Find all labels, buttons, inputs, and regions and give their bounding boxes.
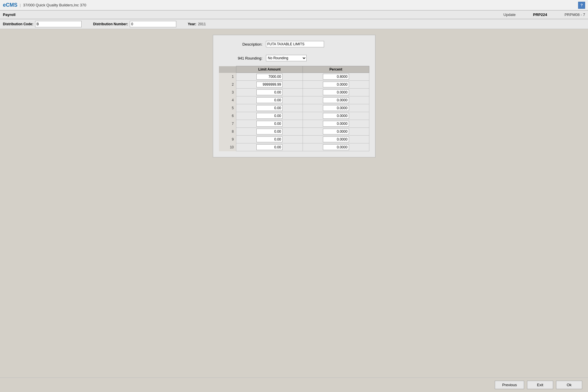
year-group: Year: 2011 — [188, 22, 206, 26]
percent-cell — [303, 120, 369, 128]
percent-input[interactable] — [323, 136, 349, 142]
table-row: 2 — [219, 81, 369, 89]
app-logo: eCMS — [3, 2, 17, 8]
percent-input[interactable] — [323, 129, 349, 134]
percent-cell — [303, 104, 369, 112]
percent-input[interactable] — [323, 74, 349, 80]
form-panel: Description: 941 Rounding: No Rounding R… — [213, 35, 375, 157]
ok-button[interactable]: Ok — [556, 381, 582, 389]
row-number: 7 — [219, 120, 236, 128]
module-screen: PRPM08 - 7 — [564, 12, 585, 17]
percent-input[interactable] — [323, 144, 349, 150]
limit-input[interactable] — [256, 121, 283, 127]
col-percent-header: Percent — [303, 66, 369, 73]
percent-cell — [303, 112, 369, 120]
dist-code-input[interactable] — [35, 21, 82, 27]
limit-input[interactable] — [256, 113, 283, 119]
limit-input[interactable] — [256, 144, 283, 150]
row-number: 2 — [219, 81, 236, 89]
limit-cell — [236, 104, 303, 112]
row-number: 4 — [219, 96, 236, 104]
percent-input[interactable] — [323, 105, 349, 111]
table-row: 7 — [219, 120, 369, 128]
row-number: 6 — [219, 112, 236, 120]
limit-cell — [236, 136, 303, 143]
limit-cell — [236, 73, 303, 81]
percent-input[interactable] — [323, 82, 349, 87]
percent-input[interactable] — [323, 89, 349, 95]
row-number: 5 — [219, 104, 236, 112]
row-number: 1 — [219, 73, 236, 81]
table-row: 9 — [219, 136, 369, 143]
company-info: 37/000 Quick Quality Builders,Inc 370 — [23, 3, 578, 7]
rounding-label: 941 Rounding: — [219, 56, 262, 60]
percent-input[interactable] — [323, 113, 349, 119]
table-row: 3 — [219, 89, 369, 96]
module-action: Update — [504, 12, 516, 17]
limit-input[interactable] — [256, 82, 283, 87]
dist-code-label: Distribution Code: — [3, 22, 33, 26]
module-code: PRP224 — [533, 12, 547, 17]
footer: Previous Exit Ok — [0, 377, 588, 392]
limit-cell — [236, 120, 303, 128]
limit-input[interactable] — [256, 89, 283, 95]
table-row: 5 — [219, 104, 369, 112]
limit-input[interactable] — [256, 74, 283, 80]
percent-input[interactable] — [323, 97, 349, 103]
dist-num-label: Distribution Number: — [93, 22, 128, 26]
limit-cell — [236, 128, 303, 136]
dist-num-input[interactable] — [130, 21, 176, 27]
percent-cell — [303, 96, 369, 104]
divider: | — [20, 3, 21, 7]
row-number: 10 — [219, 143, 236, 151]
table-body: 12345678910 — [219, 73, 369, 151]
percent-cell — [303, 89, 369, 96]
limit-cell — [236, 89, 303, 96]
limit-cell — [236, 81, 303, 89]
col-num-header — [219, 66, 236, 73]
table-row: 10 — [219, 143, 369, 151]
exit-button[interactable]: Exit — [527, 381, 553, 389]
row-number: 8 — [219, 128, 236, 136]
main-content: Description: 941 Rounding: No Rounding R… — [0, 29, 588, 163]
limit-input[interactable] — [256, 136, 283, 142]
percent-cell — [303, 73, 369, 81]
percent-cell — [303, 128, 369, 136]
limit-cell — [236, 96, 303, 104]
percent-cell — [303, 143, 369, 151]
description-row: Description: — [219, 41, 369, 47]
description-label: Description: — [219, 42, 262, 46]
top-bar: eCMS | 37/000 Quick Quality Builders,Inc… — [0, 0, 588, 10]
module-name: Payroll — [3, 12, 504, 17]
rounding-row: 941 Rounding: No Rounding Round Up Round… — [219, 55, 369, 61]
col-limit-header: Limit Amount — [236, 66, 303, 73]
table-row: 4 — [219, 96, 369, 104]
limit-cell — [236, 112, 303, 120]
percent-input[interactable] — [323, 121, 349, 127]
limit-input[interactable] — [256, 97, 283, 103]
dist-code-group: Distribution Code: — [3, 21, 82, 27]
limit-input[interactable] — [256, 105, 283, 111]
percent-cell — [303, 136, 369, 143]
row-number: 9 — [219, 136, 236, 143]
dist-num-group: Distribution Number: — [93, 21, 176, 27]
limits-table: Limit Amount Percent 12345678910 — [219, 66, 369, 151]
field-bar: Distribution Code: Distribution Number: … — [0, 19, 588, 29]
limit-cell — [236, 143, 303, 151]
limit-input[interactable] — [256, 129, 283, 134]
year-value: 2011 — [198, 22, 206, 26]
module-bar: Payroll Update PRP224 PRPM08 - 7 — [0, 10, 588, 19]
table-row: 8 — [219, 128, 369, 136]
previous-button[interactable]: Previous — [495, 381, 524, 389]
year-label: Year: — [188, 22, 196, 26]
table-header-row: Limit Amount Percent — [219, 66, 369, 73]
row-number: 3 — [219, 89, 236, 96]
help-button[interactable]: ? — [578, 2, 585, 9]
rounding-select[interactable]: No Rounding Round Up Round Down — [266, 55, 307, 61]
table-row: 6 — [219, 112, 369, 120]
description-input[interactable] — [266, 41, 324, 47]
table-row: 1 — [219, 73, 369, 81]
percent-cell — [303, 81, 369, 89]
